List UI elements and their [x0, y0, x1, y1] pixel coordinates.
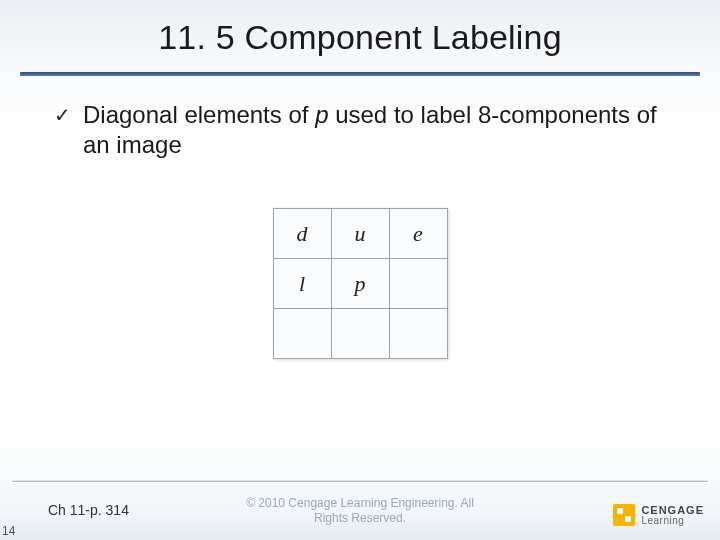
brand-logo: CENGAGE Learning: [613, 504, 704, 526]
cell-empty: [389, 309, 447, 359]
bullet-var: p: [315, 101, 328, 128]
bullet-item: ✓ Diagonal elements of p used to label 8…: [54, 100, 680, 160]
cell-u: u: [331, 209, 389, 259]
copyright-text: © 2010 Cengage Learning Engineering. All…: [0, 496, 720, 526]
brand-line1: CENGAGE: [641, 505, 704, 516]
cell-e: e: [389, 209, 447, 259]
brand-text: CENGAGE Learning: [641, 505, 704, 526]
cell-d: d: [273, 209, 331, 259]
body: ✓ Diagonal elements of p used to label 8…: [54, 100, 680, 160]
cell-empty: [389, 259, 447, 309]
cell-empty: [273, 309, 331, 359]
slide: 11. 5 Component Labeling ✓ Diagonal elem…: [0, 0, 720, 540]
cengage-icon: [613, 504, 635, 526]
page-number: 14: [2, 524, 15, 538]
brand-line2: Learning: [641, 516, 704, 526]
title-underline: [20, 72, 700, 76]
cell-p: p: [331, 259, 389, 309]
cell-l: l: [273, 259, 331, 309]
table-row: [273, 309, 447, 359]
slide-title: 11. 5 Component Labeling: [0, 18, 720, 57]
footer-divider: [12, 480, 708, 482]
table-row: d u e: [273, 209, 447, 259]
cell-empty: [331, 309, 389, 359]
title-wrap: 11. 5 Component Labeling: [0, 18, 720, 57]
bullet-pre: Diagonal elements of: [83, 101, 315, 128]
table-row: l p: [273, 259, 447, 309]
check-icon: ✓: [54, 100, 71, 130]
bullet-text: Diagonal elements of p used to label 8-c…: [83, 100, 680, 160]
footer: 14 Ch 11-p. 314 © 2010 Cengage Learning …: [0, 474, 720, 540]
neighbor-grid-wrap: d u e l p: [0, 208, 720, 359]
neighbor-grid: d u e l p: [273, 208, 448, 359]
